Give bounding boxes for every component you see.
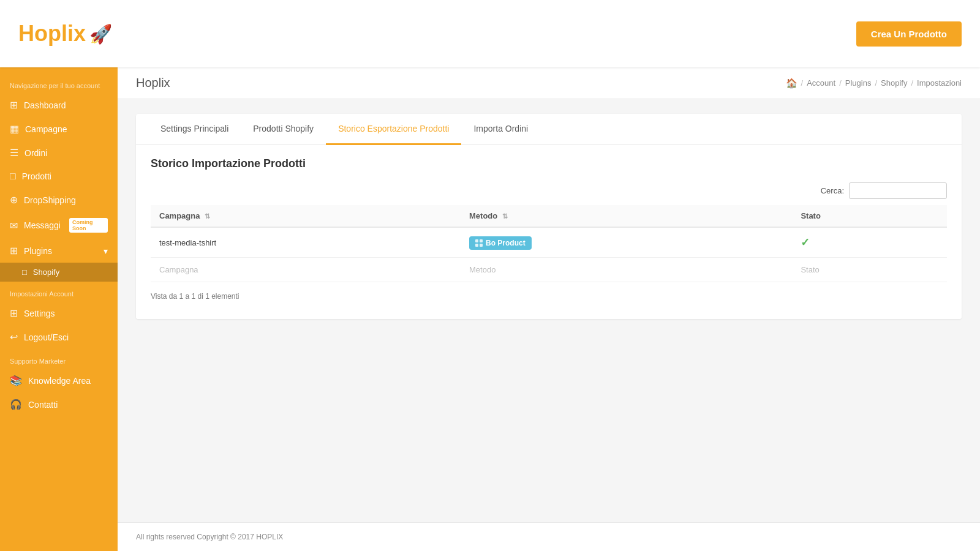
breadcrumb-sep: /: [839, 78, 842, 88]
tab-prodotti-shopify[interactable]: Prodotti Shopify: [241, 114, 326, 145]
chevron-down-icon: ▾: [104, 246, 108, 256]
logo-text: Hoplix: [18, 21, 86, 47]
cell-campagna: test-media-tshirt: [151, 227, 461, 258]
sidebar-item-label: Contatti: [28, 400, 58, 410]
sidebar: Navigazione per il tuo account ⊞ Dashboa…: [0, 67, 118, 551]
table-section: Storico Importazione Prodotti Cerca: Cam…: [136, 145, 962, 319]
table-footer: Vista da 1 a 1 di 1 elementi: [151, 292, 947, 301]
sidebar-item-label: Dashboard: [24, 100, 66, 110]
sidebar-item-dashboard[interactable]: ⊞ Dashboard: [0, 93, 118, 117]
page-header: Hoplix 🏠 / Account / Plugins / Shopify /…: [118, 67, 980, 99]
dashboard-icon: ⊞: [10, 99, 18, 111]
ghost-campagna: Campagna: [151, 258, 461, 282]
content-area: Settings Principali Prodotti Shopify Sto…: [118, 99, 980, 522]
cell-stato: ✓: [792, 227, 947, 258]
prodotti-icon: □: [10, 171, 16, 182]
sidebar-item-label: Plugins: [24, 246, 52, 256]
check-icon: ✓: [801, 236, 810, 249]
plugins-icon: ⊞: [10, 245, 18, 257]
support-section-label: Supporto Marketer: [0, 349, 118, 369]
ghost-metodo: Metodo: [461, 258, 792, 282]
tabs-nav: Settings Principali Prodotti Shopify Sto…: [136, 114, 962, 145]
sidebar-item-campagne[interactable]: ▦ Campagne: [0, 117, 118, 141]
sidebar-item-dropshipping[interactable]: ⊕ DropShipping: [0, 188, 118, 212]
sidebar-item-label: Ordini: [24, 148, 47, 158]
ghost-stato: Stato: [792, 258, 947, 282]
sidebar-item-label: Logout/Esci: [24, 332, 69, 342]
sidebar-item-prodotti[interactable]: □ Prodotti: [0, 165, 118, 188]
coming-soon-badge: Coming Soon: [69, 218, 108, 233]
breadcrumb-impostazioni: Impostazioni: [917, 78, 962, 88]
layout: Navigazione per il tuo account ⊞ Dashboa…: [0, 67, 980, 551]
shopify-icon: □: [22, 268, 27, 277]
knowledge-icon: 📚: [10, 375, 22, 386]
main-content: Hoplix 🏠 / Account / Plugins / Shopify /…: [118, 67, 980, 551]
breadcrumb-sep: /: [875, 78, 877, 88]
sidebar-item-contatti[interactable]: 🎧 Contatti: [0, 392, 118, 416]
col-metodo: Metodo ⇅: [461, 205, 792, 227]
table-row: test-media-tshirt Bo Product: [151, 227, 947, 258]
table-header-row: Campagna ⇅ Metodo ⇅ Stato: [151, 205, 947, 227]
cell-metodo: Bo Product: [461, 227, 792, 258]
sidebar-item-logout[interactable]: ↩ Logout/Esci: [0, 325, 118, 349]
logout-icon: ↩: [10, 331, 18, 343]
sort-icon: ⇅: [502, 212, 508, 220]
grid-icon: [475, 239, 483, 247]
sidebar-item-label: Shopify: [33, 268, 59, 277]
account-section-label: Impostazioni Account: [0, 282, 118, 301]
search-input[interactable]: [849, 182, 947, 199]
logo: Hoplix 🚀: [18, 21, 112, 47]
ordini-icon: ☰: [10, 147, 18, 159]
sidebar-item-label: Prodotti: [22, 171, 51, 181]
contatti-icon: 🎧: [10, 399, 22, 410]
dropshipping-icon: ⊕: [10, 194, 18, 206]
page-footer: All rights reserved Copyright © 2017 HOP…: [118, 522, 980, 551]
search-row: Cerca:: [151, 182, 947, 199]
breadcrumb-plugins[interactable]: Plugins: [845, 78, 872, 88]
messaggi-icon: ✉: [10, 220, 18, 231]
tabs-container: Settings Principali Prodotti Shopify Sto…: [136, 114, 962, 319]
ghost-row: Campagna Metodo Stato: [151, 258, 947, 282]
cta-button[interactable]: Crea Un Prodotto: [856, 21, 962, 47]
sidebar-item-shopify[interactable]: □ Shopify: [0, 263, 118, 282]
col-campagna: Campagna ⇅: [151, 205, 461, 227]
data-table: Campagna ⇅ Metodo ⇅ Stato: [151, 205, 947, 282]
breadcrumb-sep: /: [911, 78, 913, 88]
sidebar-item-knowledge[interactable]: 📚 Knowledge Area: [0, 369, 118, 392]
header: Hoplix 🚀 Crea Un Prodotto: [0, 0, 980, 67]
footer-text: All rights reserved Copyright © 2017 HOP…: [136, 533, 283, 541]
sidebar-item-ordini[interactable]: ☰ Ordini: [0, 141, 118, 165]
rocket-icon: 🚀: [89, 23, 112, 45]
sidebar-item-label: Campagne: [25, 124, 67, 134]
sidebar-item-plugins[interactable]: ⊞ Plugins ▾: [0, 239, 118, 263]
tab-storico-esportazione[interactable]: Storico Esportazione Prodotti: [326, 114, 461, 145]
home-icon[interactable]: 🏠: [786, 78, 797, 89]
sidebar-item-label: DropShipping: [24, 195, 76, 205]
table-section-title: Storico Importazione Prodotti: [151, 157, 947, 170]
col-stato: Stato: [792, 205, 947, 227]
breadcrumb: 🏠 / Account / Plugins / Shopify / Impost…: [786, 78, 962, 89]
tab-importa-ordini[interactable]: Importa Ordini: [461, 114, 540, 145]
search-label: Cerca:: [821, 186, 844, 195]
method-badge: Bo Product: [469, 236, 532, 250]
page-title: Hoplix: [136, 76, 170, 90]
sidebar-item-settings[interactable]: ⊞ Settings: [0, 301, 118, 325]
sidebar-item-label: Knowledge Area: [28, 376, 91, 386]
sort-icon: ⇅: [205, 212, 210, 220]
breadcrumb-shopify[interactable]: Shopify: [881, 78, 907, 88]
campagne-icon: ▦: [10, 123, 19, 135]
settings-icon: ⊞: [10, 307, 18, 319]
breadcrumb-sep: /: [801, 78, 804, 88]
sidebar-item-label: Messaggi: [24, 220, 61, 230]
nav-section-label: Navigazione per il tuo account: [0, 73, 118, 93]
tab-settings-principali[interactable]: Settings Principali: [148, 114, 241, 145]
breadcrumb-account[interactable]: Account: [807, 78, 835, 88]
sidebar-item-messaggi[interactable]: ✉ Messaggi Coming Soon: [0, 212, 118, 239]
sidebar-item-label: Settings: [24, 309, 55, 318]
